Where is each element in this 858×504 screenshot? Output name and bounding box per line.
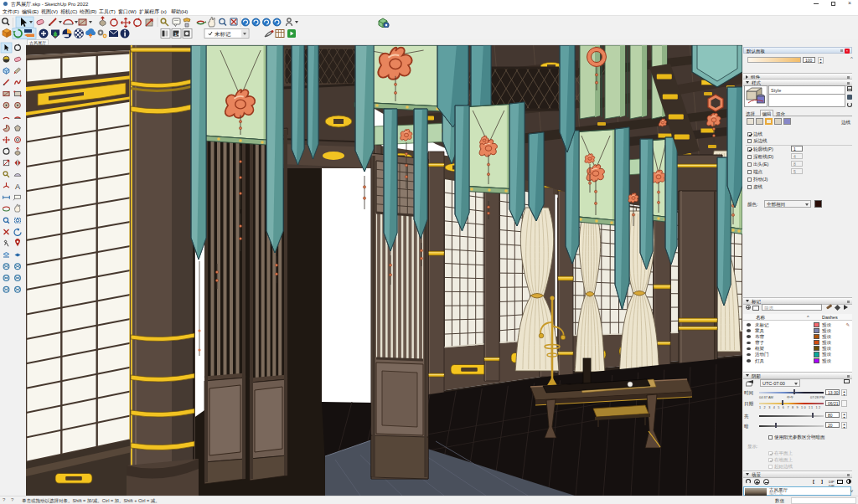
svg-text:未标记: 未标记 <box>214 31 231 38</box>
svg-text:14: 14 <box>174 32 180 37</box>
svg-text:A: A <box>15 183 20 191</box>
